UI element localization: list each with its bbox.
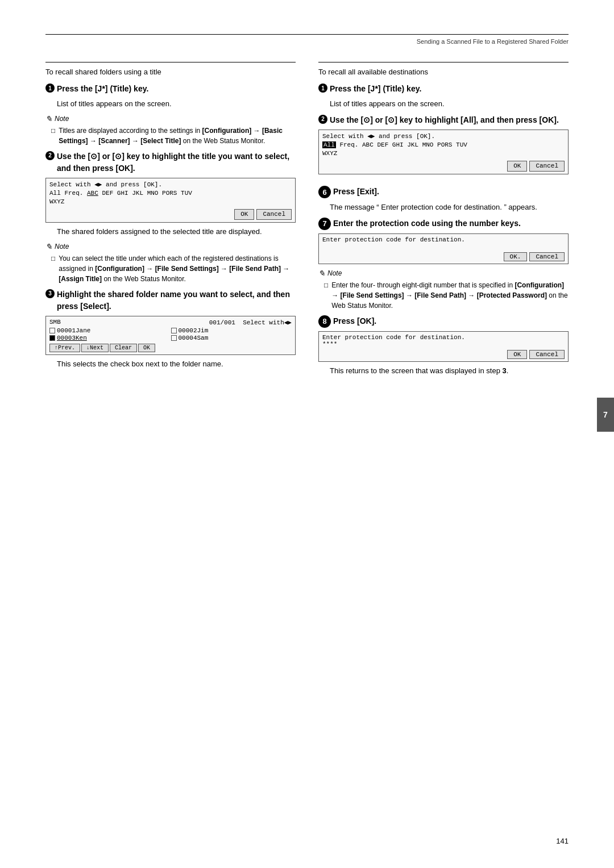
- right-screen1-buttons: OK Cancel: [322, 161, 565, 172]
- right-step1-body: List of titles appears on the screen.: [330, 98, 569, 110]
- prot-screen1-line1: Enter protection code for destination.: [322, 236, 565, 243]
- note3: ✎ Note □ Enter the four- through eight-d…: [318, 269, 569, 311]
- right-screen1-line3: WXYZ: [322, 149, 565, 158]
- prot-screen2-cancel-btn[interactable]: Cancel: [529, 350, 565, 359]
- step3-circle: 3: [45, 289, 55, 298]
- right-section-title: To recall all available destinations: [318, 67, 569, 77]
- body2: The shared folders assigned to the selec…: [57, 226, 296, 237]
- right-step1-label: Press the [J*] (Title) key.: [330, 83, 421, 95]
- step6-label: Press [Exit].: [333, 186, 379, 198]
- note1: ✎ Note □ Titles are displayed according …: [45, 114, 296, 146]
- checkbox3[interactable]: ✓: [49, 335, 55, 341]
- note3-title: ✎ Note: [318, 269, 569, 278]
- protection-screen1: Enter protection code for destination. O…: [318, 233, 569, 264]
- checkbox2[interactable]: [171, 328, 177, 333]
- prot-screen2-line1: Enter protection code for destination.: [322, 334, 565, 341]
- note3-body: □ Enter the four- through eight-digit nu…: [324, 280, 569, 311]
- smb-grid: 00001Jane 00002Jim ✓ 00003Ken 00004Sam: [49, 327, 292, 341]
- smb-item2: 00002Jim: [171, 327, 292, 334]
- left-screen1: Select with ◀▶ and press [OK]. All Freq.…: [45, 178, 296, 223]
- note2-text: You can select the title under which eac…: [59, 253, 296, 284]
- screen1-cancel-btn[interactable]: Cancel: [256, 209, 292, 220]
- smb-counter: 001/001 Select with◀▶: [209, 319, 292, 326]
- checkbox1[interactable]: [49, 328, 55, 333]
- screen1-line1: Select with ◀▶ and press [OK].: [49, 181, 292, 189]
- smb-next-btn[interactable]: ↓Next: [81, 344, 109, 352]
- note2-title: ✎ Note: [45, 242, 296, 251]
- smb-footer: ↑Prev. ↓Next Clear OK: [49, 344, 292, 352]
- step7-row: 7 Enter the protection code using the nu…: [318, 218, 569, 230]
- screen1-buttons: OK Cancel: [49, 209, 292, 220]
- note2-bullet: □: [51, 253, 55, 264]
- body4: This returns to the screen that was disp…: [330, 365, 569, 377]
- header-rule: [45, 34, 569, 35]
- note2-label: Note: [55, 243, 69, 251]
- note3-bullet: □: [324, 280, 328, 290]
- screen1-ok-btn[interactable]: OK: [234, 209, 254, 220]
- protection-screen2: Enter protection code for destination. *…: [318, 331, 569, 362]
- checkbox4[interactable]: [171, 335, 177, 341]
- prot-screen1-ok-btn[interactable]: OK.: [504, 252, 528, 261]
- step6-section: 6 Press [Exit]. The message “ Enter prot…: [318, 186, 569, 213]
- note1-text: Titles are displayed according to the se…: [59, 126, 296, 146]
- step6-row: 6 Press [Exit].: [318, 186, 569, 198]
- smb-screen: SMB 001/001 Select with◀▶ 00001Jane 0000…: [45, 316, 296, 355]
- step1-circle: 1: [45, 84, 55, 93]
- page-subtitle: Sending a Scanned File to a Registered S…: [45, 38, 569, 45]
- note2-item1: □ You can select the title under which e…: [51, 253, 296, 284]
- step6-circle: 6: [318, 186, 331, 198]
- right-step2: 2 Use the [⊙] or [⊙] key to highlight [A…: [318, 114, 569, 126]
- page-number: 141: [556, 837, 569, 845]
- note1-title: ✎ Note: [45, 114, 296, 123]
- smb-item1: 00001Jane: [49, 327, 171, 334]
- page-container: Sending a Scanned File to a Registered S…: [0, 0, 614, 868]
- right-step2-label: Use the [⊙] or [⊙] key to highlight [All…: [330, 114, 559, 126]
- prot-screen1-cancel-btn[interactable]: Cancel: [529, 252, 565, 261]
- smb-label: SMB: [49, 319, 61, 326]
- smb-header: SMB 001/001 Select with◀▶: [49, 319, 292, 326]
- right-screen1: Select with ◀▶ and press [OK]. All Freq.…: [318, 130, 569, 175]
- smb-item4-label: 00004Sam: [179, 335, 209, 341]
- step2-label: Use the [⊙] or [⊙] key to highlight the …: [57, 151, 296, 174]
- right-step1: 1 Press the [J*] (Title) key.: [318, 83, 569, 95]
- step8-circle: 8: [318, 315, 331, 328]
- note3-item1: □ Enter the four- through eight-digit nu…: [324, 280, 569, 311]
- note1-bullet: □: [51, 126, 55, 136]
- smb-item3-label: 00003Ken: [57, 335, 87, 341]
- right-column: To recall all available destinations 1 P…: [318, 62, 569, 381]
- prot-screen2-line2: ****: [322, 341, 565, 348]
- step1-label: Press the [J*] (Title) key.: [57, 83, 148, 95]
- step2-circle: 2: [45, 151, 55, 160]
- smb-item2-label: 00002Jim: [179, 327, 209, 334]
- right-screen1-ok-btn[interactable]: OK: [507, 161, 527, 172]
- left-section-title: To recall shared folders using a title: [45, 67, 296, 77]
- note1-body: □ Titles are displayed according to the …: [51, 126, 296, 146]
- smb-clear-btn[interactable]: Clear: [110, 344, 137, 352]
- right-section-rule: [318, 62, 569, 62]
- smb-ok-btn[interactable]: OK: [138, 344, 155, 352]
- right-screen1-line1: Select with ◀▶ and press [OK].: [322, 132, 565, 141]
- screen1-line2: All Freq. ABC DEF GHI JKL MNO PORS TUV: [49, 189, 292, 198]
- note1-item1: □ Titles are displayed according to the …: [51, 126, 296, 146]
- right-step2-circle: 2: [318, 115, 327, 124]
- smb-item4: 00004Sam: [171, 335, 292, 341]
- prot-screen1-line2: [322, 243, 565, 250]
- step8-row: 8 Press [OK].: [318, 315, 569, 328]
- step1-body: List of titles appears on the screen.: [57, 98, 296, 110]
- smb-item3: ✓ 00003Ken: [49, 335, 171, 341]
- step3-label: Highlight the shared folder name you wan…: [57, 289, 296, 312]
- right-screen1-line2: All Freq. ABC DEF GHI JKL MNO PORS TUV: [322, 141, 565, 149]
- step7-label: Enter the protection code using the numb…: [333, 218, 521, 229]
- note2-body: □ You can select the title under which e…: [51, 253, 296, 284]
- left-step3: 3 Highlight the shared folder name you w…: [45, 289, 296, 312]
- left-step1: 1 Press the [J*] (Title) key.: [45, 83, 296, 95]
- right-screen1-cancel-btn[interactable]: Cancel: [529, 161, 565, 172]
- smb-prev-btn[interactable]: ↑Prev.: [49, 344, 80, 352]
- right-step1-circle: 1: [318, 84, 327, 93]
- left-step2: 2 Use the [⊙] or [⊙] key to highlight th…: [45, 151, 296, 174]
- note3-label: Note: [327, 269, 342, 277]
- step7-circle: 7: [318, 218, 331, 230]
- note3-icon: ✎: [318, 269, 325, 278]
- prot-screen2-ok-btn[interactable]: OK: [507, 350, 527, 359]
- note2: ✎ Note □ You can select the title under …: [45, 242, 296, 284]
